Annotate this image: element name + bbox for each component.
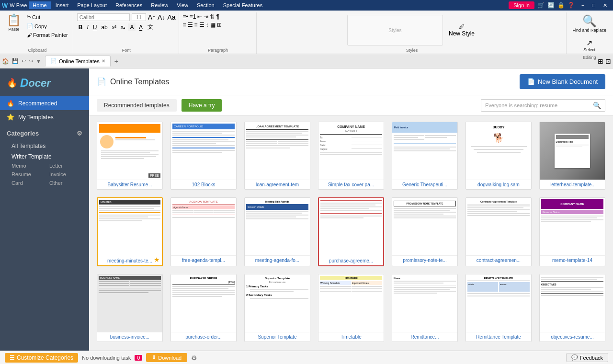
font-name-input[interactable]: [77, 13, 130, 21]
phonetic-button[interactable]: 文: [146, 23, 155, 32]
paste-button[interactable]: 📋 Paste: [5, 13, 23, 33]
home-quick-icon[interactable]: 🏠: [2, 58, 9, 65]
indent-decrease-button[interactable]: ⇤: [197, 13, 202, 20]
find-replace-button[interactable]: 🔍 Find and Replace: [570, 13, 608, 34]
sidebar-item-writer-template[interactable]: Writer Template: [0, 151, 89, 162]
template-card-meeting-minutes[interactable]: MINUTES meeting-minutes-te...: [97, 197, 163, 266]
undo-quick[interactable]: ↩: [22, 58, 26, 64]
subcategory-memo[interactable]: Memo: [11, 162, 45, 170]
new-style-button[interactable]: 🖊 New Style: [447, 23, 477, 38]
template-card-timetable[interactable]: Timetable Working Schedule Important Not…: [318, 274, 384, 342]
save-quick[interactable]: 💾: [12, 58, 19, 64]
help-icon[interactable]: ❓: [568, 2, 575, 9]
show-marks-button[interactable]: ¶: [216, 13, 219, 20]
sort-button[interactable]: ⇅: [210, 13, 215, 20]
tab-close-button[interactable]: ✕: [102, 58, 105, 64]
subcategory-other[interactable]: Other: [49, 179, 82, 187]
restore-button[interactable]: □: [588, 0, 599, 11]
format-painter-button[interactable]: 🖌 Format Painter: [25, 32, 70, 38]
template-card-superior[interactable]: Superior Template For various use 1 Prim…: [244, 274, 310, 342]
align-left-button[interactable]: ≡: [183, 22, 186, 28]
template-card-memo[interactable]: COMPANY NAME Financial Status memo-templ…: [539, 197, 605, 266]
bold-button[interactable]: B: [77, 23, 84, 31]
template-card-102-blocks[interactable]: CAREER PORTFOLIO: [170, 122, 237, 190]
template-card-contract[interactable]: Contractor Agreement Template contract-a…: [465, 197, 532, 266]
settings-icon[interactable]: ⚙: [191, 354, 197, 362]
template-card-letterhead[interactable]: Document Title letterhead-template..: [539, 122, 605, 190]
feedback-button[interactable]: 💬 Feedback: [566, 353, 608, 362]
menu-insert[interactable]: Insert: [52, 1, 73, 9]
new-blank-document-button[interactable]: 📄 New Blank Document: [520, 74, 605, 89]
subcategory-resume[interactable]: Resume: [11, 171, 45, 178]
subscript-button[interactable]: x₂: [119, 23, 127, 31]
template-card-loan-agreement[interactable]: LOAN AGREEMENT TEMPLATE: [244, 122, 310, 190]
online-templates-tab[interactable]: 📄 Online Templates ✕: [45, 56, 111, 67]
template-card-fax-cover[interactable]: COMPANY NAME FACSIMILE To: From: Date: P…: [318, 122, 384, 190]
template-card-promissory[interactable]: PROMISSORY NOTE TEMPLATE promissory-note…: [392, 197, 458, 266]
new-tab-button[interactable]: +: [111, 56, 122, 67]
line-spacing-button[interactable]: ↕: [206, 22, 209, 28]
more-quick[interactable]: ▼: [36, 58, 41, 64]
cart-icon[interactable]: 🛒: [537, 2, 545, 9]
template-card-remittance[interactable]: REMITTANCE TEMPLATE details amount Remit…: [465, 274, 532, 342]
cut-button[interactable]: ✂ Cut: [25, 13, 70, 21]
template-card-purchase-order[interactable]: PURCHASE ORDER [PO#] purchase-order...: [170, 274, 237, 342]
expand-view-icon[interactable]: ⊞: [598, 57, 603, 65]
lock-icon[interactable]: 🔒: [557, 2, 565, 9]
numbering-button[interactable]: ≡1: [190, 13, 196, 20]
strikethrough-button[interactable]: ab: [100, 23, 109, 31]
superscript-button[interactable]: x²: [111, 24, 118, 31]
redo-quick[interactable]: ↪: [29, 58, 33, 64]
font-size-input[interactable]: [132, 13, 146, 21]
italic-button[interactable]: I: [85, 23, 90, 31]
sync-icon[interactable]: 🔄: [547, 2, 555, 9]
select-button[interactable]: ↗ Select: [579, 36, 599, 54]
borders-button[interactable]: ⊞: [217, 22, 222, 28]
categories-settings-icon[interactable]: ⚙: [77, 130, 82, 137]
copy-button[interactable]: 📄 Copy: [25, 23, 70, 30]
close-button[interactable]: ✕: [599, 0, 611, 11]
menu-page-layout[interactable]: Page Layout: [73, 1, 111, 9]
shading-button[interactable]: ▦: [210, 22, 216, 28]
search-icon[interactable]: 🔍: [593, 102, 601, 109]
template-card-dogwalk[interactable]: BUDDY 🐕 dogwalking log sam: [465, 122, 532, 190]
recommended-tab[interactable]: Recommended templates: [97, 99, 177, 112]
sidebar-item-recommended[interactable]: 🔥 Recommended: [0, 96, 89, 110]
indent-increase-button[interactable]: ⇥: [204, 13, 208, 20]
template-card-invoice[interactable]: BUSINESS NAME: [97, 274, 163, 342]
menu-special-features[interactable]: Special Features: [219, 1, 267, 9]
subcategory-card[interactable]: Card: [11, 179, 45, 187]
download-button[interactable]: ⬇ Download: [146, 353, 187, 362]
subcategory-letter[interactable]: Letter: [49, 162, 82, 170]
menu-view[interactable]: View: [173, 1, 192, 9]
view-options-icon[interactable]: ⊡: [605, 57, 611, 65]
grow-font-button[interactable]: A↑: [148, 13, 156, 21]
template-card-meeting-agenda[interactable]: Meeting Title Agenda Session Details mee…: [244, 197, 310, 266]
template-card-free-agenda[interactable]: AGENDA TEMPLATE Agenda Items: [170, 197, 237, 266]
menu-section[interactable]: Section: [193, 1, 218, 9]
font-color-button[interactable]: A̲: [137, 23, 145, 31]
minimize-button[interactable]: −: [578, 0, 588, 11]
template-card-remittance-name[interactable]: Name Remittance...: [392, 274, 458, 342]
clear-format-button[interactable]: Aa: [167, 13, 175, 21]
shrink-font-button[interactable]: A↓: [158, 13, 165, 21]
template-card-babysitter-resume[interactable]: FREE Babysitter Resume ..: [97, 122, 163, 190]
template-card-objectives[interactable]: OBJECTIVES objectives-resume...: [539, 274, 605, 342]
align-center-button[interactable]: ☰: [188, 22, 193, 28]
menu-references[interactable]: References: [112, 1, 146, 9]
sidebar-item-my-templates[interactable]: ⭐ My Templates: [0, 110, 89, 124]
bullets-button[interactable]: ≡•: [183, 13, 188, 20]
subcategory-invoice[interactable]: Invoice: [49, 171, 82, 178]
have-a-try-tab[interactable]: Have a try: [182, 99, 222, 112]
justify-button[interactable]: ☰: [199, 22, 204, 28]
sign-in-button[interactable]: Sign in: [509, 1, 534, 9]
customize-categories-button[interactable]: ☰ Customize Categories: [5, 353, 78, 363]
text-highlight-button[interactable]: A: [128, 23, 136, 31]
menu-home[interactable]: Home: [29, 1, 50, 9]
sidebar-item-all-templates[interactable]: All Templates: [0, 141, 89, 151]
template-card-purchase-agreement[interactable]: purchase-agreeme...: [318, 197, 384, 266]
underline-button[interactable]: U: [91, 23, 99, 31]
template-card-therapeutic[interactable]: Paid Invoice: [392, 122, 458, 190]
align-right-button[interactable]: ≡: [194, 22, 198, 28]
menu-review[interactable]: Review: [147, 1, 172, 9]
